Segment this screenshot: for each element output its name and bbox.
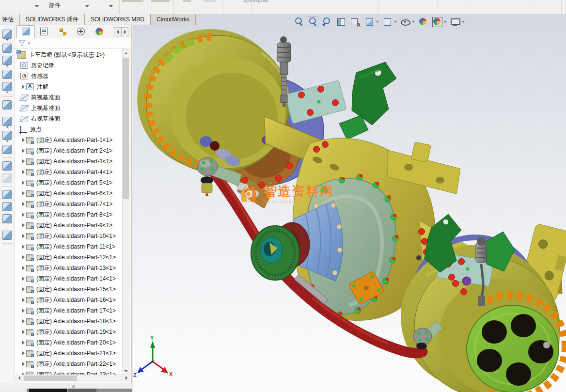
tree-item[interactable]: 原点 [15,124,124,135]
toolbar-button[interactable] [2,231,12,240]
expand-arrow-icon[interactable] [20,245,26,249]
expand-arrow-icon[interactable] [20,159,26,163]
toolbar-button[interactable] [2,145,12,154]
tree-item[interactable]: 注解 [15,81,124,92]
tree-item[interactable]: (固定) Axle.sldasm-Part-20<1> [15,337,124,348]
dropdown-caret-icon[interactable] [6,92,9,93]
tree-item[interactable]: (固定) Axle.sldasm-Part-2<1> [15,145,124,156]
toolbar-button[interactable] [2,202,12,211]
tab-solidworks-[interactable]: SOLIDWORKS 插件 [20,14,85,25]
expand-arrow-icon[interactable] [20,223,26,227]
input-flange[interactable] [251,226,299,280]
expand-arrow-icon[interactable] [20,341,26,345]
toolbar-button[interactable] [2,161,12,171]
tree-item[interactable]: (固定) Axle.sldasm-Part-13<1> [15,263,124,273]
tree-item[interactable]: 前视基准面 [15,92,124,103]
tree-item[interactable]: 传感器 [15,71,124,81]
tree-item[interactable]: 历史记录 [15,60,124,71]
tree-item[interactable]: (固定) Axle.sldasm-Part-19<1> [15,327,124,337]
expand-arrow-icon[interactable] [20,149,26,153]
toolbar-button[interactable] [2,70,12,79]
ribbon-dropdown-caret[interactable] [35,5,39,7]
toolbar-button[interactable] [2,44,12,53]
tree-item[interactable]: (固定) Axle.sldasm-Part-10<1> [15,231,124,241]
expand-arrow-icon[interactable] [20,181,26,185]
ribbon-button-label[interactable]: 部件 [49,1,61,10]
tree-vertical-scrollbar[interactable] [122,49,130,375]
dropdown-caret-icon[interactable] [6,65,9,67]
propertymanager-tab[interactable] [35,25,53,38]
scrollbar-thumb[interactable] [24,376,77,381]
toolbar-button[interactable] [2,56,12,67]
expand-arrow-icon[interactable] [20,213,26,217]
scroll-left-button[interactable] [16,375,23,381]
expand-arrow-icon[interactable] [20,277,26,281]
toolbar-button[interactable] [2,117,12,128]
graphics-viewport[interactable]: Y Z X 智造资料网 INTELLIGENT MANUFACTURING DA… [133,14,566,392]
expand-arrow-icon[interactable] [20,330,26,334]
expand-arrow-icon[interactable] [20,138,26,142]
tree-item[interactable]: (固定) Axle.sldasm-Part-15<1> [15,284,124,295]
ribbon-button-label-clipped[interactable]: Speedpak [242,0,268,3]
scrollbar-thumb[interactable] [123,58,129,199]
dimxpertmanager-tab[interactable] [72,25,90,38]
configurationmanager-tab[interactable] [53,25,72,38]
toolbar-button[interactable] [2,173,12,183]
displaymanager-tab[interactable] [90,25,109,38]
tree-item[interactable]: (固定) Axle.sldasm-Part-18<1> [15,316,124,327]
expand-arrow-icon[interactable] [20,85,26,89]
tree-item[interactable]: 上视基准面 [15,103,124,113]
expand-arrow-icon[interactable] [20,298,26,302]
expand-arrow-icon[interactable] [20,287,26,291]
filter-funnel-icon[interactable] [18,40,26,47]
scroll-down-button[interactable] [123,368,129,375]
tree-item[interactable]: (固定) Axle.sldasm-Part-3<1> [15,156,124,167]
tree-item[interactable]: (固定) Axle.sldasm-Part-4<1> [15,167,124,177]
tree-item[interactable]: (固定) Axle.sldasm-Part-9<1> [15,220,124,231]
tree-root-assembly[interactable]: 卡车后桥 (默认<显示状态-1>) [15,49,124,60]
tree-item[interactable]: 右视基准面 [15,113,124,124]
dropdown-caret-icon[interactable] [6,126,9,128]
expand-arrow-icon[interactable] [20,170,26,174]
dropdown-caret-icon[interactable] [6,39,9,41]
expand-arrow-icon[interactable] [20,309,26,313]
left-brake-drum[interactable] [137,29,290,173]
ribbon-dropdown-caret[interactable] [85,5,89,7]
tree-horizontal-scrollbar[interactable] [16,375,130,382]
tab-evaluate[interactable]: 评估 [0,14,20,25]
tree-item[interactable]: (固定) Axle.sldasm-Part-21<1> [15,348,124,359]
toolbar-button[interactable] [2,30,12,41]
tree-item[interactable]: (固定) Axle.sldasm-Part-22<1> [15,359,124,369]
toolbar-button[interactable] [2,131,12,142]
toolbar-button[interactable] [2,100,12,110]
expand-arrow-icon[interactable] [20,255,26,259]
tree-item[interactable]: (固定) Axle.sldasm-Part-6<1> [15,188,124,199]
expand-arrow-icon[interactable] [20,351,26,355]
tree-item[interactable]: (固定) Axle.sldasm-Part-16<1> [15,295,124,305]
tree-item[interactable]: (固定) Axle.sldasm-Part-5<1> [15,177,124,188]
tree-item[interactable]: (固定) Axle.sldasm-Part-8<1> [15,209,124,220]
tree-item[interactable]: (固定) Axle.sldasm-Part-7<1> [15,199,124,209]
tab-solidworks-mbd[interactable]: SOLIDWORKS MBD [85,14,151,25]
tree-item[interactable]: (固定) Axle.sldasm-Part-12<1> [15,252,124,263]
ribbon-dropdown-caret[interactable] [109,5,113,7]
scroll-left-button[interactable] [114,27,121,36]
toolbar-button[interactable] [2,82,12,93]
expand-arrow-icon[interactable] [20,202,26,206]
expand-arrow-icon[interactable] [20,362,26,366]
scroll-right-button[interactable] [121,27,128,36]
tree-item[interactable]: (固定) Axle.sldasm-Part-17<1> [15,305,124,316]
tree-item[interactable]: (固定) Axle.sldasm-Part-11<1> [15,241,124,252]
tree-item[interactable]: (固定) Axle.sldasm-Part-14<1> [15,273,124,284]
dropdown-caret-icon[interactable] [6,141,9,142]
left-spring-bracket[interactable] [339,62,396,140]
scroll-right-button[interactable] [123,375,130,381]
toolbar-button[interactable] [2,190,12,199]
toolbar-button[interactable] [2,214,12,223]
expand-arrow-icon[interactable] [20,319,26,323]
scroll-up-button[interactable] [123,50,129,57]
tab-circuitworks[interactable]: CircuitWorks [151,14,196,25]
expand-arrow-icon[interactable] [20,191,26,195]
filter-dropdown-caret[interactable] [28,43,31,44]
expand-arrow-icon[interactable] [20,234,26,238]
